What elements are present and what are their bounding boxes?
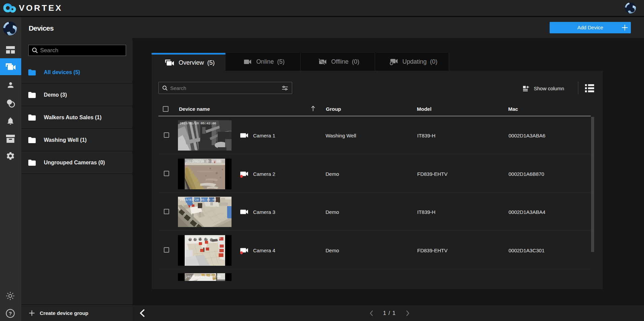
svg-text:?: ? [9,311,12,316]
svg-text:2023/01/20 05:42:00: 2023/01/20 05:42:00 [180,122,216,125]
svg-text:2023/01/20 05:48:00: 2023/01/20 05:48:00 [186,160,221,163]
svg-text:2023/01/20 07:48:00: 2023/01/20 07:48:00 [186,275,221,279]
svg-text:2023/01/20 05:48:00: 2023/01/20 05:48:00 [180,198,216,202]
svg-text:2023/01/20 05:48:59: 2023/01/20 05:48:59 [186,237,221,240]
